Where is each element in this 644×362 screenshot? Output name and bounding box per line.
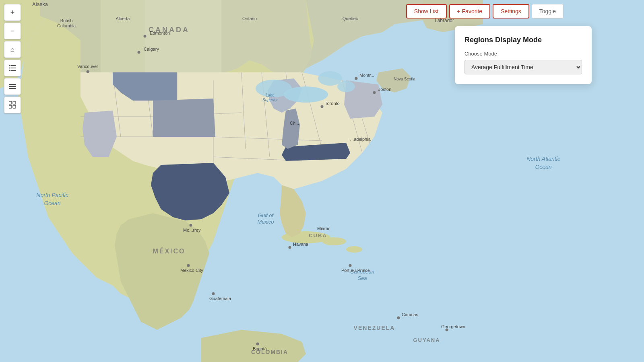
- svg-text:Alberta: Alberta: [116, 16, 130, 21]
- svg-text:Miami: Miami: [317, 226, 329, 231]
- svg-rect-86: [9, 86, 16, 87]
- settings-button[interactable]: Settings: [493, 4, 529, 19]
- svg-point-73: [256, 343, 259, 346]
- svg-point-2: [322, 237, 346, 245]
- svg-text:...adelphia: ...adelphia: [350, 137, 371, 142]
- svg-point-47: [87, 70, 89, 73]
- svg-text:VENEZUELA: VENEZUELA: [354, 325, 395, 331]
- svg-rect-88: [9, 101, 12, 104]
- svg-rect-91: [13, 105, 16, 108]
- top-buttons: Show List + Favorite Settings Toggle: [406, 4, 564, 19]
- svg-text:Edmonton: Edmonton: [150, 31, 170, 35]
- svg-text:Vancouver: Vancouver: [77, 64, 98, 69]
- svg-point-43: [144, 35, 147, 38]
- svg-point-55: [355, 77, 358, 80]
- svg-point-45: [138, 51, 140, 54]
- settings-panel: Regions Display Mode Choose Mode Average…: [455, 26, 592, 84]
- svg-text:Caracas: Caracas: [402, 312, 418, 317]
- svg-rect-90: [9, 105, 12, 108]
- svg-text:Lake: Lake: [266, 93, 275, 97]
- svg-rect-85: [9, 84, 16, 85]
- settings-panel-title: Regions Display Mode: [464, 36, 582, 44]
- svg-text:Sea: Sea: [357, 275, 367, 281]
- mode-label: Choose Mode: [464, 51, 582, 57]
- list-button[interactable]: [4, 60, 21, 76]
- svg-text:Mexico: Mexico: [257, 219, 274, 225]
- svg-text:Ch...: Ch...: [290, 121, 299, 125]
- svg-point-65: [289, 246, 291, 249]
- mode-select[interactable]: Average Fulfillment Time Order Count Rev…: [464, 60, 582, 74]
- svg-point-61: [187, 264, 190, 267]
- favorite-button[interactable]: + Favorite: [449, 4, 491, 19]
- svg-text:Havana: Havana: [293, 242, 309, 247]
- fit-button[interactable]: [4, 97, 21, 113]
- svg-text:Montr...: Montr...: [359, 73, 374, 78]
- svg-rect-79: [10, 65, 16, 66]
- svg-rect-84: [9, 70, 10, 71]
- toggle-button[interactable]: Toggle: [532, 4, 564, 19]
- svg-text:Boston: Boston: [378, 87, 391, 92]
- svg-text:Guatemala: Guatemala: [209, 296, 231, 301]
- svg-point-22: [318, 71, 342, 86]
- svg-text:Labrador: Labrador: [435, 18, 454, 23]
- map-container: CANADA MÉXICO CUBA VENEZUELA COLOMBIA GU…: [0, 0, 644, 362]
- svg-point-51: [373, 91, 376, 94]
- svg-text:Port-au-Prince: Port-au-Prince: [341, 268, 370, 273]
- svg-rect-87: [9, 88, 16, 89]
- svg-text:Mexico City: Mexico City: [180, 268, 203, 273]
- svg-point-67: [349, 264, 352, 267]
- svg-text:Quebec: Quebec: [343, 16, 358, 21]
- svg-rect-83: [9, 68, 10, 69]
- svg-text:North Atlantic: North Atlantic: [526, 156, 560, 162]
- svg-text:GUYANA: GUYANA: [413, 337, 440, 343]
- svg-text:Ocean: Ocean: [535, 164, 551, 170]
- zoom-out-button[interactable]: −: [4, 23, 21, 39]
- svg-text:CUBA: CUBA: [309, 232, 327, 239]
- svg-point-59: [190, 224, 192, 227]
- svg-point-63: [212, 292, 215, 295]
- svg-text:Mo...rrey: Mo...rrey: [183, 228, 201, 232]
- menu-button[interactable]: [4, 78, 21, 95]
- svg-text:North Pacific: North Pacific: [36, 192, 68, 198]
- left-toolbar: + − ⌂: [4, 4, 21, 113]
- zoom-in-button[interactable]: +: [4, 4, 21, 21]
- svg-rect-81: [10, 70, 16, 71]
- svg-point-3: [346, 246, 362, 253]
- svg-point-21: [284, 86, 328, 103]
- svg-text:MÉXICO: MÉXICO: [153, 247, 185, 255]
- svg-point-69: [397, 317, 400, 319]
- svg-text:Nova Scotia: Nova Scotia: [394, 77, 415, 81]
- home-button[interactable]: ⌂: [4, 41, 21, 58]
- svg-text:Georgetown: Georgetown: [441, 324, 465, 329]
- svg-text:Bogotá: Bogotá: [253, 346, 267, 351]
- svg-text:Gulf of: Gulf of: [258, 212, 274, 218]
- svg-text:Calgary: Calgary: [144, 47, 159, 51]
- svg-text:Superior: Superior: [262, 98, 278, 102]
- svg-point-49: [321, 105, 324, 108]
- svg-text:Toronto: Toronto: [325, 101, 340, 106]
- svg-rect-82: [9, 65, 10, 66]
- svg-rect-89: [13, 101, 16, 104]
- svg-text:Alaska: Alaska: [32, 1, 48, 7]
- svg-point-23: [337, 81, 355, 92]
- svg-text:British: British: [60, 18, 73, 23]
- svg-text:Ontario: Ontario: [242, 16, 257, 21]
- show-list-button[interactable]: Show List: [406, 4, 447, 19]
- svg-rect-80: [10, 68, 16, 68]
- svg-text:Columbia: Columbia: [57, 23, 76, 28]
- svg-text:Ocean: Ocean: [44, 200, 60, 206]
